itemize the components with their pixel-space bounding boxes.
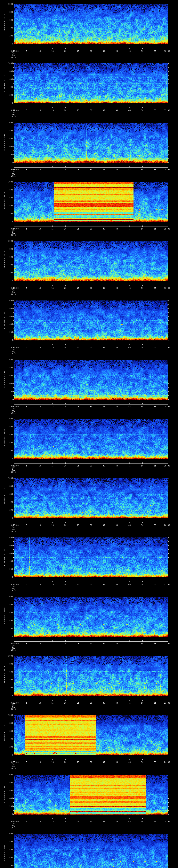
x-tick-label: 50 [141,643,143,645]
x-tick-label: 45 [128,583,130,586]
x-axis-end-time: 16:00 [164,287,170,289]
date-year-label: 2015 [11,234,16,236]
date-label: 10 May 2015 [11,112,16,118]
x-tick-label: 50 [141,50,143,52]
spectrogram-panel: Frequency (Hz) 10008006004002000 5101520… [0,474,178,533]
y-tick-label: 1000 [5,418,13,420]
x-tick-label: 45 [128,168,130,171]
x-tick-label: 35 [102,109,105,112]
y-tick-label: 400 [5,382,13,384]
x-axis-start-time: 9:19:00 [10,524,19,526]
x-tick-label: 20 [64,583,66,586]
x-axis-start-time: 9:22:00 [10,702,19,704]
x-tick-label: 5 [26,228,27,230]
x-tick-label: 30 [90,524,92,526]
x-tick-label: 15 [51,406,54,408]
x-tick-label: 20 [64,524,66,526]
x-tick-label: 5 [26,524,27,526]
x-tick-label: 50 [141,406,143,408]
y-axis-title: Frequency (Hz) [3,132,5,151]
x-tick-label: 55 [154,346,156,349]
y-tick-label: 1000 [5,833,13,835]
x-tick-label: 45 [128,702,130,704]
x-tick-label: 40 [115,287,118,289]
y-tick-label: 800 [5,11,13,13]
x-tick-label: 45 [128,820,130,823]
x-tick-label: 30 [90,168,92,171]
x-tick-label: 40 [115,465,118,467]
date-year-label: 2015 [11,412,16,414]
x-axis-start-time: 9:11:00 [10,50,19,52]
x-tick-label: 5 [26,583,27,586]
x-tick-label: 15 [51,583,54,586]
y-tick-label: 0 [5,102,13,104]
x-tick-label: 50 [141,465,143,467]
x-tick-label: 10 [38,465,41,467]
y-tick-label: 400 [5,797,13,799]
y-tick-label: 200 [5,272,13,274]
x-axis-end-time: 15:00 [164,228,170,230]
x-tick-label: 25 [77,346,79,349]
y-tick-label: 1000 [5,714,13,716]
y-tick-label: 0 [5,576,13,578]
date-label: 10 May 2015 [11,526,16,533]
x-tick-label: 35 [102,761,105,763]
y-axis-title: Frequency (Hz) [3,488,5,506]
x-tick-label: 20 [64,465,66,467]
y-tick-label: 800 [5,426,13,428]
y-tick-label: 800 [5,248,13,250]
date-year-label: 2015 [11,708,16,710]
spectrogram-panel: Frequency (Hz) 10008006004002000 5101520… [0,533,178,592]
x-tick-label: 55 [154,820,156,823]
y-tick-label: 1000 [5,181,13,183]
spectrogram-panel: Frequency (Hz) 10008006004002000 5101520… [0,59,178,118]
x-tick-label: 50 [141,583,143,586]
x-tick-label: 30 [90,820,92,823]
y-tick-label: 200 [5,390,13,393]
x-tick-label: 15 [51,820,54,823]
x-tick-label: 20 [64,820,66,823]
x-tick-label: 30 [90,761,92,763]
x-axis-end-time: 20:00 [164,524,170,526]
y-tick-label: 400 [5,619,13,622]
y-tick-label: 0 [5,339,13,341]
y-tick-label: 600 [5,848,13,851]
x-tick-label: 55 [154,761,156,763]
x-tick-label: 40 [115,702,118,704]
y-tick-label: 800 [5,485,13,487]
x-tick-label: 30 [90,346,92,349]
y-tick-label: 800 [5,841,13,843]
x-tick-label: 40 [115,406,118,408]
spectrogram-panel: Frequency (Hz) 10008006004002000 5101520… [0,593,178,652]
y-tick-label: 600 [5,493,13,495]
x-tick-label: 10 [38,820,41,823]
x-tick-label: 45 [128,50,130,52]
spectrogram-panel: Frequency (Hz) 10008006004002000 5101520… [0,296,178,355]
date-label: 10 May 2015 [11,586,16,592]
x-tick-label: 25 [77,50,79,52]
y-tick-label: 600 [5,137,13,140]
x-tick-label: 55 [154,287,156,289]
y-axis-title: Frequency (Hz) [3,310,5,329]
x-tick-label: 10 [38,50,41,52]
y-axis-title: Frequency (Hz) [3,666,5,684]
y-tick-label: 400 [5,27,13,29]
x-tick-label: 50 [141,761,143,763]
x-tick-label: 5 [26,346,27,349]
y-tick-label: 600 [5,434,13,436]
x-tick-label: 10 [38,702,41,704]
y-tick-label: 400 [5,679,13,681]
x-tick-label: 25 [77,228,79,230]
y-tick-label: 0 [5,280,13,282]
x-tick-label: 20 [64,406,66,408]
y-tick-label: 1000 [5,655,13,657]
y-tick-label: 800 [5,781,13,784]
date-year-label: 2015 [11,827,16,829]
x-axis-start-time: 9:14:00 [10,228,19,230]
x-tick-label: 5 [26,50,27,52]
y-tick-label: 600 [5,789,13,792]
date-year-label: 2015 [11,293,16,296]
y-tick-label: 600 [5,374,13,377]
x-tick-label: 40 [115,346,118,349]
x-tick-label: 45 [128,465,130,467]
